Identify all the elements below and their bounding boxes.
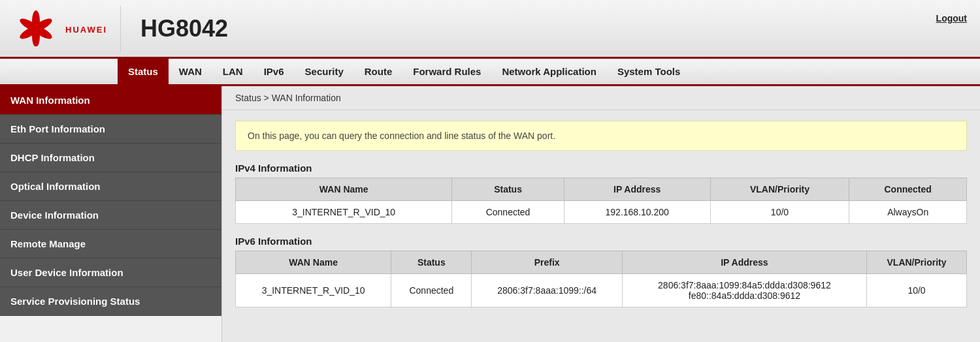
ipv6-table: WAN Name Status Prefix IP Address VLAN/P… [235,251,967,307]
sidebar: WAN InformationEth Port InformationDHCP … [0,86,222,342]
nav-item-route[interactable]: Route [354,58,403,86]
ipv6-section-title: IPv6 Information [235,236,967,247]
sidebar-item-wan-information[interactable]: WAN Information [0,86,221,115]
ipv4-table: WAN Name Status IP Address VLAN/Priority… [235,178,967,224]
device-model: HG8042 [140,15,228,42]
sidebar-item-remote-manage[interactable]: Remote Manage [0,230,221,258]
sidebar-item-user-device-information[interactable]: User Device Information [0,258,221,287]
top-navigation: StatusWANLANIPv6SecurityRouteForward Rul… [0,59,980,86]
table-row: 3_INTERNET_R_VID_10Connected2806:3f7:8aa… [236,274,967,307]
ipv6-col-prefix: Prefix [472,251,622,274]
content-area: On this page, you can query the connecti… [222,110,980,330]
ipv4-section-title: IPv4 Information [235,163,967,174]
ipv6-cell-prefix: 2806:3f7:8aaa:1099::/64 [472,274,622,307]
table-row: 3_INTERNET_R_VID_10Connected192.168.10.2… [236,201,967,224]
logout-button[interactable]: Logout [936,13,967,23]
main-content: Status > WAN Information On this page, y… [222,86,980,342]
breadcrumb: Status > WAN Information [222,86,980,110]
ipv6-col-wan-name: WAN Name [236,251,391,274]
ipv6-col-status: Status [391,251,472,274]
ipv4-col-status: Status [452,178,564,201]
nav-item-security[interactable]: Security [295,58,354,86]
ipv6-col-ip: IP Address [622,251,866,274]
ipv4-cell-vlan_priority: 10/0 [710,201,849,224]
ipv4-col-connected: Connected [849,178,967,201]
ipv4-cell-status: Connected [452,201,564,224]
nav-item-forward-rules[interactable]: Forward Rules [402,58,491,86]
ipv6-col-vlan: VLAN/Priority [867,251,967,274]
ipv4-cell-ip_address: 192.168.10.200 [564,201,710,224]
info-message: On this page, you can query the connecti… [235,121,967,151]
ipv6-cell-wan_name: 3_INTERNET_R_VID_10 [236,274,391,307]
sidebar-item-optical-information[interactable]: Optical Information [0,172,221,201]
ipv4-col-wan-name: WAN Name [236,178,452,201]
ipv6-cell-vlan_priority: 10/0 [867,274,967,307]
nav-item-lan[interactable]: LAN [212,58,253,86]
sidebar-item-service-provisioning-status[interactable]: Service Provisioning Status [0,287,221,316]
main-layout: WAN InformationEth Port InformationDHCP … [0,86,980,342]
ipv4-cell-wan_name: 3_INTERNET_R_VID_10 [236,201,452,224]
brand-name: HUAWEI [65,25,107,35]
ipv6-header-row: WAN Name Status Prefix IP Address VLAN/P… [236,251,967,274]
nav-item-ipv6[interactable]: IPv6 [253,58,295,86]
header: HUAWEI HG8042 Logout [0,0,980,59]
ipv4-header-row: WAN Name Status IP Address VLAN/Priority… [236,178,967,201]
ipv4-cell-connected: AlwaysOn [849,201,967,224]
huawei-logo [13,10,59,46]
nav-item-system-tools[interactable]: System Tools [607,58,691,86]
nav-item-wan[interactable]: WAN [169,58,212,86]
ipv4-col-ip: IP Address [564,178,710,201]
sidebar-item-eth-port-information[interactable]: Eth Port Information [0,115,221,144]
logo-area: HUAWEI [13,6,121,52]
nav-item-status[interactable]: Status [118,58,169,86]
ipv6-cell-ip_address: 2806:3f7:8aaa:1099:84a5:ddda:d308:9612fe… [622,274,866,307]
ipv4-col-vlan: VLAN/Priority [710,178,849,201]
sidebar-item-dhcp-information[interactable]: DHCP Information [0,144,221,172]
sidebar-item-device-information[interactable]: Device Information [0,201,221,230]
nav-item-network-application[interactable]: Network Application [491,58,606,86]
ipv6-cell-status: Connected [391,274,472,307]
